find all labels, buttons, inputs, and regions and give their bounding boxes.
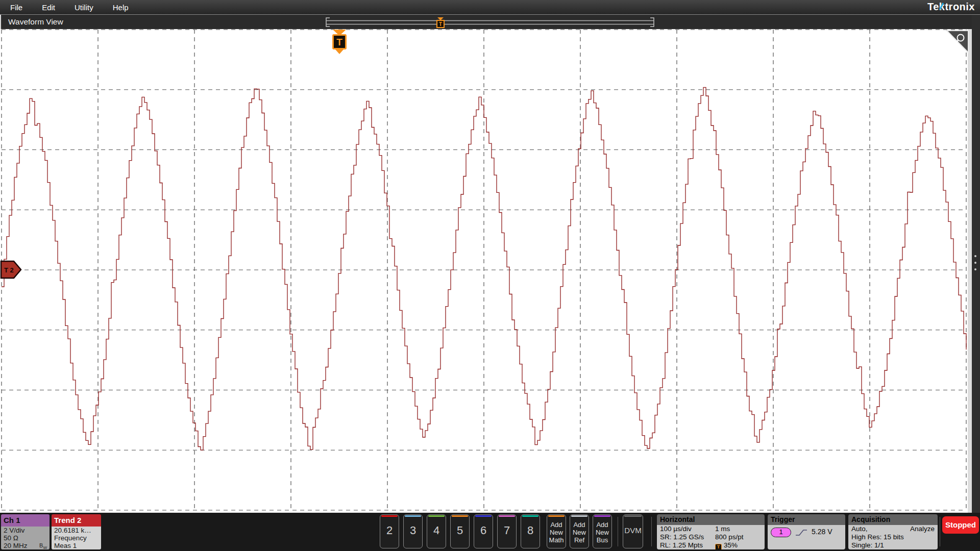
acquisition-panel[interactable]: Acquisition Auto, Analyze High Res: 15 b… (848, 514, 938, 549)
add-new-ref-button[interactable]: AddNewRef (570, 514, 589, 548)
overview-left-bracket-icon (326, 18, 330, 27)
trigger-source-pill: 1 (771, 528, 791, 537)
channel-2-button[interactable]: 2 (380, 514, 399, 548)
rising-edge-slope-icon (795, 529, 807, 537)
dvm-button[interactable]: DVM (623, 514, 643, 548)
trend-2-badge[interactable]: Trend 2 20.6181 k… Frequency Meas 1 (52, 514, 101, 549)
acquisition-panel-title: Acquisition (848, 514, 938, 525)
divider (618, 517, 618, 546)
channel-3-button-label: 3 (404, 515, 422, 546)
svg-text:T: T (439, 21, 442, 27)
channel-1-badge[interactable]: Ch 1 2 V/div 50 Ω BW20 MHz (1, 514, 50, 549)
channel-2-button-color-bar (381, 515, 398, 517)
acquisition-single: Single: 1/1 (851, 541, 935, 549)
oscilloscope-app: FileEditUtilityHelp Tektronix Waveform V… (0, 0, 980, 551)
trigger-level: 5.28 V (812, 528, 832, 536)
waveform-view-title: Waveform View (1, 17, 63, 27)
channel-6-button[interactable]: 6 (474, 514, 493, 548)
channel-6-button-color-bar (475, 515, 492, 517)
sample-rate: SR: 1.25 GS/s (660, 533, 715, 541)
channel-4-button-label: 4 (427, 515, 446, 546)
channel-8-button[interactable]: 8 (521, 514, 540, 548)
channel-7-button-color-bar (499, 515, 515, 517)
channel-8-button-color-bar (522, 515, 538, 517)
bw-icon: BW (39, 542, 47, 549)
trend2-value: 20.6181 k… (54, 527, 99, 534)
ch1-bandwidth: BW20 MHz (4, 542, 47, 549)
record-length: RL: 1.25 Mpts (660, 541, 715, 549)
trigger-position-readout: T35% (715, 541, 762, 549)
acquisition-detail: High Res: 15 bits (851, 533, 935, 541)
add-new-ref-button-color-bar (571, 515, 587, 517)
add-new-math-button-color-bar (548, 515, 565, 517)
channel-7-button[interactable]: 7 (497, 514, 517, 548)
divider (651, 517, 652, 546)
trigger-panel-title: Trigger (768, 514, 845, 525)
run-stop-status-button[interactable]: Stopped (942, 516, 979, 534)
resolution: 800 ps/pt (715, 533, 762, 541)
menu-bar: FileEditUtilityHelp (0, 0, 980, 15)
record-overview-bar[interactable]: T (325, 16, 655, 29)
add-new-ref-button-label: AddNewRef (570, 515, 589, 544)
menu-file[interactable]: File (10, 3, 22, 12)
horizontal-panel-body: 100 µs/div 1 ms SR: 1.25 GS/s 800 ps/pt … (657, 525, 765, 549)
trend2-meas-type: Frequency (54, 534, 99, 542)
drag-handle-dots-icon (974, 255, 976, 257)
trend-marker-label: T 2 (4, 266, 14, 274)
logo-text-pre: Te (927, 1, 939, 12)
trigger-panel-body: 1 5.28 V (768, 525, 845, 549)
channel-1-badge-header: Ch 1 (1, 514, 50, 527)
trigger-mini-icon: T (715, 544, 722, 549)
add-new-math-button-label: AddNewMath (547, 515, 566, 544)
trigger-marker-tail-icon (335, 49, 344, 54)
ch1-termination: 50 Ω (4, 534, 47, 542)
channel-4-button[interactable]: 4 (427, 514, 446, 548)
dvm-color-bar (624, 515, 642, 517)
add-new-bus-button[interactable]: AddNewBus (593, 514, 612, 548)
channel-1-badge-body: 2 V/div 50 Ω BW20 MHz (1, 527, 50, 549)
channel-3-button[interactable]: 3 (403, 514, 423, 548)
overview-trigger-position-icon[interactable]: T (437, 17, 444, 28)
trend-2-badge-body: 20.6181 k… Frequency Meas 1 (52, 527, 101, 549)
zoom-corner-button[interactable] (946, 30, 969, 54)
trigger-marker-icon: T (332, 34, 347, 49)
trend2-reference-marker[interactable]: T 2 (0, 260, 24, 280)
add-new-math-button[interactable]: AddNewMath (547, 514, 566, 548)
acquisition-panel-body: Auto, Analyze High Res: 15 bits Single: … (848, 525, 938, 549)
add-buttons-group: AddNewMathAddNewRefAddNewBus (547, 514, 612, 548)
drag-handle-dots-icon (974, 262, 976, 264)
tektronix-logo: Tektronix (927, 1, 975, 13)
channel-6-button-label: 6 (474, 515, 493, 546)
waveform-plot (0, 29, 968, 513)
channel-3-button-color-bar (405, 515, 421, 517)
add-new-bus-button-color-bar (594, 515, 610, 517)
channel-7-button-label: 7 (498, 515, 516, 546)
trend-2-badge-header: Trend 2 (52, 514, 101, 527)
channel-2-button-label: 2 (380, 515, 399, 546)
divider (940, 517, 940, 546)
trend2-meas-source: Meas 1 (54, 542, 99, 549)
menu-utility[interactable]: Utility (75, 3, 93, 12)
horizontal-duration: 1 ms (715, 525, 762, 533)
menu-edit[interactable]: Edit (42, 3, 55, 12)
trigger-panel[interactable]: Trigger 1 5.28 V (768, 514, 845, 549)
horizontal-scale: 100 µs/div (660, 525, 715, 533)
drag-handle-dots-icon (974, 268, 976, 270)
overview-right-bracket-icon (650, 18, 654, 27)
bottom-settings-bar: Ch 1 2 V/div 50 Ω BW20 MHz Trend 2 20.61… (0, 513, 980, 551)
channel-4-button-color-bar (428, 515, 445, 517)
horizontal-panel[interactable]: Horizontal 100 µs/div 1 ms SR: 1.25 GS/s… (657, 514, 765, 549)
logo-text-post: tronix (945, 1, 975, 12)
acquisition-analyze: Analyze (910, 525, 935, 533)
menu-help[interactable]: Help (113, 3, 129, 12)
ch1-vdiv: 2 V/div (4, 527, 47, 534)
channel-5-button-color-bar (452, 515, 468, 517)
graticule-right-strip (968, 29, 972, 513)
channel-buttons-group: 2345678 (380, 514, 540, 548)
horizontal-panel-title: Horizontal (657, 514, 765, 525)
trigger-position-marker[interactable]: T (332, 30, 347, 54)
dvm-label: DVM (623, 515, 643, 546)
channel-8-button-label: 8 (521, 515, 540, 546)
results-drawer-handle[interactable] (974, 255, 976, 270)
channel-5-button[interactable]: 5 (450, 514, 470, 548)
